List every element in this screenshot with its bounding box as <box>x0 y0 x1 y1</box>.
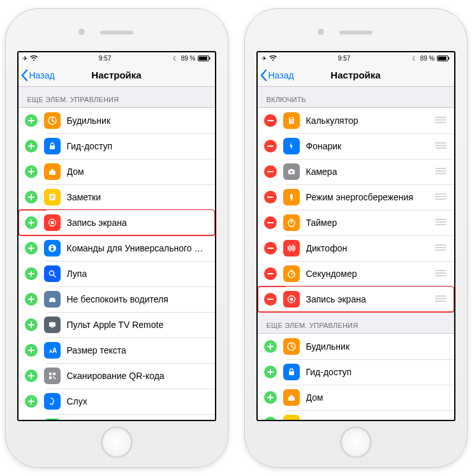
status-bar: ✈ 9:57 ☾ 89 % <box>18 52 215 64</box>
battery-icon <box>437 56 450 61</box>
control-label: Размер текста <box>67 345 209 355</box>
add-button[interactable] <box>25 318 38 331</box>
reorder-handle-icon[interactable] <box>435 191 448 203</box>
control-row: Не беспокоить водителя <box>18 286 215 312</box>
remove-button[interactable] <box>264 216 277 229</box>
control-label: Секундомер <box>306 269 435 279</box>
lock-icon <box>44 138 61 154</box>
status-time: 9:57 <box>338 55 350 62</box>
add-button[interactable] <box>25 140 38 152</box>
ear-icon <box>44 393 61 410</box>
nav-bar: Назад Настройка <box>18 64 215 87</box>
reorder-handle-icon[interactable] <box>435 166 448 177</box>
control-row: Режим энергосбережения <box>258 184 454 210</box>
content[interactable]: ВКЛЮЧИТЬ КалькуляторФонарикКамераРежим э… <box>258 87 454 420</box>
chevron-left-icon <box>260 70 267 81</box>
control-label: Будильник <box>306 341 448 352</box>
reorder-handle-icon[interactable] <box>435 294 448 305</box>
remove-button[interactable] <box>264 293 277 306</box>
svg-rect-37 <box>290 169 293 170</box>
svg-rect-13 <box>49 322 55 327</box>
control-row: Заметки <box>18 184 215 210</box>
remove-button[interactable] <box>264 242 277 255</box>
search-icon <box>44 265 61 282</box>
control-row: Сканирование QR-кода <box>18 363 215 389</box>
control-row: Камера <box>258 159 454 184</box>
reorder-handle-icon[interactable] <box>435 242 448 254</box>
camera-icon <box>283 163 300 180</box>
control-row: Пульт Apple TV Remote <box>18 312 215 338</box>
svg-rect-2 <box>209 57 210 59</box>
control-label: Заметки <box>67 192 209 202</box>
control-label: Таймер <box>306 218 435 228</box>
wifi-icon <box>30 56 38 61</box>
clock-icon <box>44 112 61 129</box>
add-button[interactable] <box>264 366 277 378</box>
svg-rect-14 <box>51 327 54 328</box>
remove-button[interactable] <box>264 191 277 204</box>
home-button[interactable] <box>340 426 372 458</box>
add-button[interactable] <box>25 395 38 408</box>
control-row: Секундомер <box>258 261 454 286</box>
control-label: Диктофон <box>306 243 435 253</box>
add-button[interactable] <box>25 344 38 357</box>
note-icon <box>44 189 61 205</box>
control-label: Гид-доступ <box>67 141 209 151</box>
add-button[interactable] <box>264 417 277 420</box>
svg-rect-19 <box>49 376 52 379</box>
svg-rect-45 <box>289 371 294 375</box>
control-row: Запись экрана <box>18 210 215 235</box>
stopw-icon <box>283 265 300 282</box>
remove-button[interactable] <box>264 165 277 178</box>
section-header-more: ЕЩЕ ЭЛЕМ. УПРАВЛЕНИЯ <box>18 87 215 107</box>
nav-bar: Назад Настройка <box>258 64 454 87</box>
svg-point-29 <box>290 120 290 121</box>
add-button[interactable] <box>25 216 38 229</box>
battery-icon <box>198 56 210 61</box>
section-header-include: ВКЛЮЧИТЬ <box>258 87 454 107</box>
control-label: Заметки <box>306 418 448 420</box>
add-button[interactable] <box>25 191 38 204</box>
remove-button[interactable] <box>264 114 277 127</box>
content[interactable]: ЕЩЕ ЭЛЕМ. УПРАВЛЕНИЯ БудильникГид-доступ… <box>18 87 215 420</box>
voice-icon <box>283 240 300 257</box>
control-row: Дом <box>258 385 454 410</box>
speaker <box>339 31 372 34</box>
reorder-handle-icon[interactable] <box>435 115 448 126</box>
control-label: Команды для Универсального дост… <box>67 243 209 253</box>
add-button[interactable] <box>25 267 38 280</box>
control-label: Будильник <box>67 115 209 126</box>
control-row: Запись экрана <box>258 286 454 312</box>
reorder-handle-icon[interactable] <box>435 217 448 228</box>
phone-left: ✈ 9:57 ☾ 89 % Назад Настройка ЕЩЕ ЭЛ <box>5 8 228 468</box>
record-icon <box>44 214 61 231</box>
svg-point-31 <box>292 120 293 121</box>
control-label: Запись экрана <box>67 218 209 228</box>
add-button[interactable] <box>25 369 38 382</box>
power-icon <box>283 189 300 205</box>
add-button[interactable] <box>25 293 38 306</box>
remove-button[interactable] <box>264 267 277 280</box>
add-button[interactable] <box>264 391 277 404</box>
add-button[interactable] <box>25 165 38 178</box>
control-row: Слух <box>18 389 215 414</box>
add-button[interactable] <box>25 114 38 127</box>
add-button[interactable] <box>25 242 38 255</box>
back-button[interactable]: Назад <box>258 70 294 81</box>
tv-icon <box>44 316 61 333</box>
svg-rect-1 <box>199 56 207 59</box>
control-label: Дом <box>306 392 448 403</box>
status-time: 9:57 <box>99 55 111 62</box>
back-button[interactable]: Назад <box>18 70 55 81</box>
control-row: Калькулятор <box>258 108 454 133</box>
remove-button[interactable] <box>264 140 277 152</box>
add-button[interactable] <box>264 340 277 353</box>
reorder-handle-icon[interactable] <box>435 140 448 152</box>
record-icon <box>283 291 300 308</box>
lock-icon <box>283 364 300 380</box>
home-button[interactable] <box>101 426 133 458</box>
car-icon <box>44 291 61 308</box>
screen-left: ✈ 9:57 ☾ 89 % Назад Настройка ЕЩЕ ЭЛ <box>17 51 216 421</box>
svg-rect-18 <box>53 373 55 375</box>
reorder-handle-icon[interactable] <box>435 268 448 279</box>
